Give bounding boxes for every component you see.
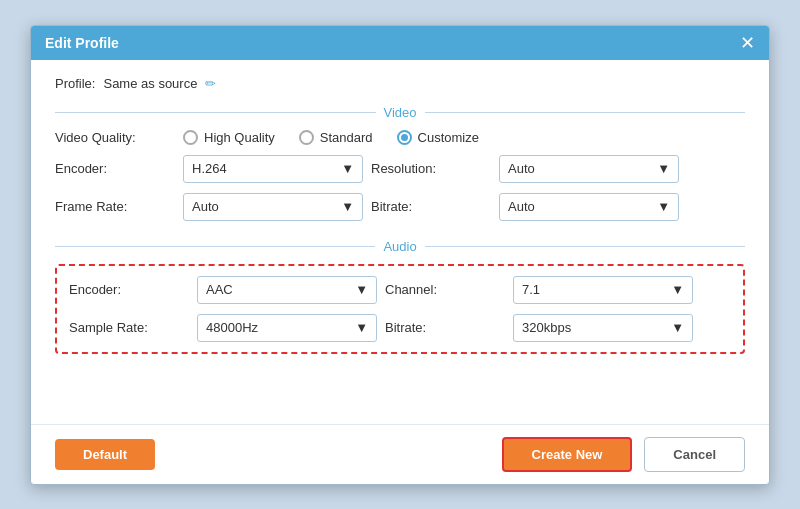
encoder-dropdown-arrow: ▼: [341, 161, 354, 176]
channel-select[interactable]: 7.1 ▼: [513, 276, 693, 304]
resolution-select[interactable]: Auto ▼: [499, 155, 679, 183]
resolution-value: Auto: [508, 161, 535, 176]
channel-dropdown-arrow: ▼: [671, 282, 684, 297]
frame-rate-label: Frame Rate:: [55, 199, 175, 214]
sample-rate-dropdown-arrow: ▼: [355, 320, 368, 335]
video-form-grid: Video Quality: High Quality Standard Cus…: [55, 130, 745, 221]
encoder-value: H.264: [192, 161, 227, 176]
frame-rate-value: Auto: [192, 199, 219, 214]
audio-section-line-right: [425, 246, 745, 247]
channel-value: 7.1: [522, 282, 540, 297]
edit-profile-dialog: Edit Profile ✕ Profile: Same as source ✏…: [30, 25, 770, 485]
audio-encoder-value: AAC: [206, 282, 233, 297]
sample-rate-select[interactable]: 48000Hz ▼: [197, 314, 377, 342]
audio-section-title: Audio: [383, 239, 416, 254]
video-section-title: Video: [384, 105, 417, 120]
default-button[interactable]: Default: [55, 439, 155, 470]
audio-encoder-dropdown-arrow: ▼: [355, 282, 368, 297]
video-quality-label: Video Quality:: [55, 130, 175, 145]
channel-label: Channel:: [385, 282, 505, 297]
create-new-button[interactable]: Create New: [502, 437, 633, 472]
audio-bitrate-value: 320kbps: [522, 320, 571, 335]
video-section: Video Video Quality: High Quality Standa…: [55, 105, 745, 221]
radio-label-high-quality: High Quality: [204, 130, 275, 145]
video-quality-radio-group: High Quality Standard Customize: [183, 130, 679, 145]
video-bitrate-label: Bitrate:: [371, 199, 491, 214]
radio-circle-high-quality: [183, 130, 198, 145]
audio-section-line-left: [55, 246, 375, 247]
resolution-dropdown-arrow: ▼: [657, 161, 670, 176]
encoder-select[interactable]: H.264 ▼: [183, 155, 363, 183]
edit-icon[interactable]: ✏: [205, 76, 216, 91]
radio-label-customize: Customize: [418, 130, 479, 145]
video-bitrate-select[interactable]: Auto ▼: [499, 193, 679, 221]
sample-rate-label: Sample Rate:: [69, 320, 189, 335]
radio-high-quality[interactable]: High Quality: [183, 130, 275, 145]
audio-encoder-label: Encoder:: [69, 282, 189, 297]
audio-encoder-select[interactable]: AAC ▼: [197, 276, 377, 304]
radio-customize[interactable]: Customize: [397, 130, 479, 145]
frame-rate-dropdown-arrow: ▼: [341, 199, 354, 214]
audio-section: Audio Encoder: AAC ▼ Channel: 7.1 ▼: [55, 239, 745, 354]
dialog-title: Edit Profile: [45, 35, 119, 51]
audio-section-box: Encoder: AAC ▼ Channel: 7.1 ▼ Sample Rat…: [55, 264, 745, 354]
audio-bitrate-label: Bitrate:: [385, 320, 505, 335]
footer-right: Create New Cancel: [502, 437, 745, 472]
cancel-button[interactable]: Cancel: [644, 437, 745, 472]
video-section-header: Video: [55, 105, 745, 120]
profile-row: Profile: Same as source ✏: [55, 76, 745, 91]
audio-section-header: Audio: [55, 239, 745, 254]
audio-bitrate-dropdown-arrow: ▼: [671, 320, 684, 335]
video-bitrate-dropdown-arrow: ▼: [657, 199, 670, 214]
sample-rate-value: 48000Hz: [206, 320, 258, 335]
radio-circle-standard: [299, 130, 314, 145]
resolution-label: Resolution:: [371, 161, 491, 176]
title-bar: Edit Profile ✕: [31, 26, 769, 60]
radio-label-standard: Standard: [320, 130, 373, 145]
video-section-line-right: [425, 112, 746, 113]
audio-form-grid: Encoder: AAC ▼ Channel: 7.1 ▼ Sample Rat…: [69, 276, 731, 342]
footer: Default Create New Cancel: [31, 424, 769, 484]
frame-rate-select[interactable]: Auto ▼: [183, 193, 363, 221]
video-bitrate-value: Auto: [508, 199, 535, 214]
dialog-body: Profile: Same as source ✏ Video Video Qu…: [31, 60, 769, 424]
encoder-label: Encoder:: [55, 161, 175, 176]
radio-circle-customize: [397, 130, 412, 145]
audio-bitrate-select[interactable]: 320kbps ▼: [513, 314, 693, 342]
close-button[interactable]: ✕: [740, 34, 755, 52]
radio-standard[interactable]: Standard: [299, 130, 373, 145]
profile-label: Profile:: [55, 76, 95, 91]
video-section-line-left: [55, 112, 376, 113]
profile-value: Same as source: [103, 76, 197, 91]
